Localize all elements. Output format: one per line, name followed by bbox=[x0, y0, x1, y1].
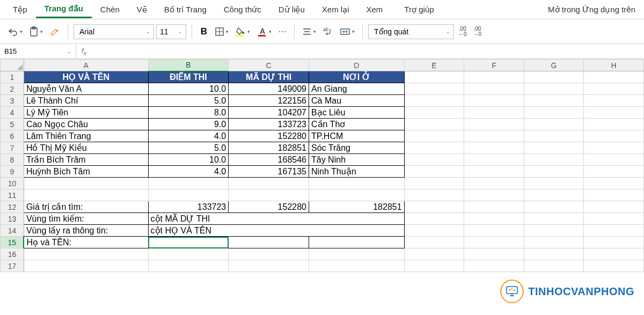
fill-color-button[interactable]: ▾ bbox=[233, 24, 252, 40]
ribbon-tab-tệp[interactable]: Tệp bbox=[4, 2, 36, 18]
cell[interactable]: Lê Thành Chí bbox=[24, 95, 148, 107]
open-in-app-button[interactable]: Mở trong Ứng dụng trên bbox=[548, 5, 640, 14]
column-header-F[interactable]: F bbox=[464, 60, 524, 71]
cell[interactable] bbox=[148, 260, 229, 272]
cell[interactable] bbox=[309, 248, 405, 260]
cell[interactable]: Bạc Liêu bbox=[309, 107, 405, 119]
increase-decimal-button[interactable]: .00←0 bbox=[456, 24, 469, 40]
row-header-7[interactable]: 7 bbox=[1, 142, 24, 154]
cell[interactable] bbox=[404, 166, 464, 178]
ribbon-tab-dữ-liệu[interactable]: Dữ liệu bbox=[270, 2, 313, 18]
cell[interactable]: Cà Mau bbox=[309, 95, 405, 107]
cell[interactable] bbox=[584, 201, 644, 213]
cell[interactable] bbox=[524, 119, 584, 130]
cell[interactable] bbox=[24, 260, 148, 272]
cell[interactable]: Hồ Thị Mỹ Kiều bbox=[24, 142, 148, 154]
cell[interactable]: Vùng tìm kiếm: bbox=[24, 213, 148, 225]
cell[interactable] bbox=[229, 248, 309, 260]
cell[interactable]: 122156 bbox=[229, 95, 309, 107]
more-font-button[interactable]: ⋯ bbox=[276, 24, 289, 40]
cell[interactable] bbox=[524, 107, 584, 119]
cell[interactable] bbox=[404, 107, 464, 119]
cell[interactable]: An Giang bbox=[309, 83, 405, 95]
cell[interactable] bbox=[584, 71, 644, 83]
merge-button[interactable]: ▾ bbox=[338, 24, 357, 40]
font-size-select[interactable]: 11 ⌄ bbox=[156, 24, 186, 39]
cell[interactable]: Sóc Trăng bbox=[309, 142, 405, 154]
cell[interactable] bbox=[464, 178, 524, 189]
cell[interactable] bbox=[524, 95, 584, 107]
cell[interactable] bbox=[229, 189, 309, 201]
cell[interactable]: Cần Thơ bbox=[309, 119, 405, 130]
cell[interactable] bbox=[404, 189, 464, 201]
cell[interactable]: 152280 bbox=[229, 130, 309, 142]
cell[interactable]: NƠI Ở bbox=[309, 71, 405, 83]
cell[interactable] bbox=[464, 260, 524, 272]
cell[interactable] bbox=[524, 189, 584, 201]
font-color-button[interactable]: A ▾ bbox=[254, 24, 274, 40]
ribbon-tab-xem-lại[interactable]: Xem lại bbox=[313, 2, 358, 18]
row-header-1[interactable]: 1 bbox=[1, 71, 24, 83]
cell[interactable]: 10.0 bbox=[148, 154, 229, 166]
cell[interactable]: Họ và TÊN: bbox=[24, 237, 148, 248]
cell[interactable]: 152280 bbox=[229, 201, 309, 213]
row-header-5[interactable]: 5 bbox=[1, 119, 24, 130]
cell[interactable]: Vùng lấy ra thông tin: bbox=[24, 225, 148, 237]
cell[interactable] bbox=[584, 107, 644, 119]
cell[interactable]: TP.HCM bbox=[309, 130, 405, 142]
cell[interactable] bbox=[464, 119, 524, 130]
cell[interactable] bbox=[464, 130, 524, 142]
cell[interactable] bbox=[464, 237, 524, 248]
cell[interactable] bbox=[524, 225, 584, 237]
cell[interactable] bbox=[148, 178, 229, 189]
ribbon-tab-bố-trí-trang[interactable]: Bố trí Trang bbox=[156, 2, 215, 18]
cell[interactable] bbox=[524, 71, 584, 83]
cell[interactable]: Nguyễn Văn A bbox=[24, 83, 148, 95]
cell[interactable] bbox=[584, 237, 644, 248]
row-header-11[interactable]: 11 bbox=[1, 189, 24, 201]
cell[interactable]: ĐIỂM THI bbox=[148, 71, 229, 83]
cell[interactable] bbox=[24, 189, 148, 201]
cell[interactable]: 149009 bbox=[229, 83, 309, 95]
cell[interactable]: 167135 bbox=[229, 166, 309, 178]
cell[interactable] bbox=[309, 189, 405, 201]
cell[interactable] bbox=[464, 213, 524, 225]
row-header-13[interactable]: 13 bbox=[1, 213, 24, 225]
row-header-15[interactable]: 15 bbox=[1, 237, 24, 248]
decrease-decimal-button[interactable]: .00→0 bbox=[471, 24, 484, 40]
cell[interactable] bbox=[584, 142, 644, 154]
wrap-text-button[interactable]: ab bbox=[320, 24, 335, 40]
cell[interactable] bbox=[584, 213, 644, 225]
cell[interactable]: 10.0 bbox=[148, 83, 229, 95]
cell[interactable]: 133723 bbox=[148, 201, 229, 213]
cell[interactable] bbox=[584, 225, 644, 237]
cell[interactable] bbox=[524, 237, 584, 248]
formula-input[interactable] bbox=[92, 45, 644, 58]
cell[interactable] bbox=[404, 225, 464, 237]
cell[interactable]: 182851 bbox=[309, 201, 405, 213]
cell[interactable]: 133723 bbox=[229, 119, 309, 130]
row-header-14[interactable]: 14 bbox=[1, 225, 24, 237]
cell[interactable] bbox=[464, 154, 524, 166]
cell[interactable] bbox=[404, 178, 464, 189]
cell[interactable]: cột HỌ VÀ TÊN bbox=[148, 225, 404, 237]
cell[interactable]: Trần Bích Trâm bbox=[24, 154, 148, 166]
cell[interactable] bbox=[404, 130, 464, 142]
cell[interactable] bbox=[404, 154, 464, 166]
cell[interactable] bbox=[464, 95, 524, 107]
cell[interactable] bbox=[524, 142, 584, 154]
column-header-G[interactable]: G bbox=[524, 60, 584, 71]
cell[interactable] bbox=[309, 237, 405, 248]
cell[interactable] bbox=[584, 154, 644, 166]
font-name-select[interactable]: Arial ⌄ bbox=[74, 24, 154, 39]
cell[interactable] bbox=[229, 237, 309, 248]
row-header-10[interactable]: 10 bbox=[1, 178, 24, 189]
cell[interactable]: Tây Ninh bbox=[309, 154, 405, 166]
cell[interactable] bbox=[584, 189, 644, 201]
cell[interactable] bbox=[464, 71, 524, 83]
cell[interactable]: 8.0 bbox=[148, 107, 229, 119]
ribbon-tab-trang-đầu[interactable]: Trang đầu bbox=[36, 1, 92, 18]
cell[interactable] bbox=[524, 213, 584, 225]
cell[interactable] bbox=[524, 201, 584, 213]
row-header-12[interactable]: 12 bbox=[1, 201, 24, 213]
